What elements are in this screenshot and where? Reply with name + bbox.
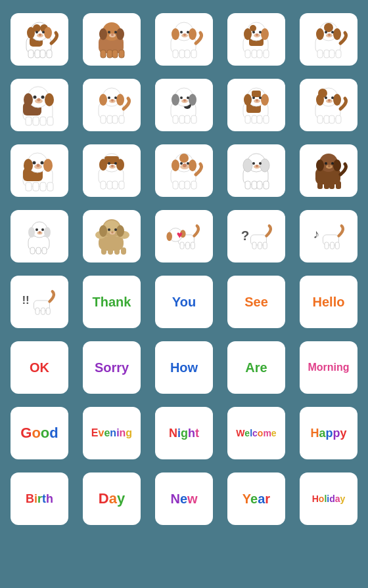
text-sticker-are[interactable]: Are [227,341,285,394]
dog-sticker-16[interactable] [11,210,68,262]
sticker-cell[interactable] [220,72,292,138]
sticker-cell[interactable]: Holiday [292,466,365,532]
text-sticker-holiday[interactable]: Holiday [300,472,357,525]
text-sticker-evening[interactable]: Evening [83,407,141,459]
dog-sticker-10[interactable] [300,79,357,131]
sticker-cell[interactable] [148,7,220,72]
sticker-cell[interactable] [148,72,220,138]
svg-rect-63 [324,50,329,58]
dog-sticker-11[interactable] [11,144,68,197]
svg-point-7 [35,31,38,33]
svg-rect-37 [185,50,190,58]
sticker-label: Evening [91,427,132,439]
music-sticker[interactable]: ♪ [300,210,357,262]
sticker-cell[interactable] [292,138,365,203]
sticker-cell[interactable]: ? [220,203,292,269]
sticker-cell[interactable] [292,7,365,72]
text-sticker-new[interactable]: New [155,472,213,525]
dog-sticker-5[interactable] [300,13,357,66]
exclaim-sticker[interactable]: !! [11,276,68,328]
svg-point-185 [333,159,341,171]
svg-rect-166 [173,181,178,189]
sticker-cell[interactable] [3,7,76,72]
sticker-cell[interactable] [3,72,76,138]
sticker-cell[interactable]: Are [220,335,292,400]
sticker-cell[interactable]: Day [76,466,148,532]
svg-rect-13 [40,50,45,58]
sticker-cell[interactable]: OK [3,335,76,400]
sticker-cell[interactable] [76,72,148,138]
sticker-cell[interactable]: ♪ [292,203,365,269]
text-sticker-how[interactable]: How [155,341,213,394]
sticker-cell[interactable]: Happy [292,400,365,466]
text-sticker-night[interactable]: Night [155,407,213,459]
sticker-label: You [172,295,196,310]
dog-sticker-13[interactable] [155,144,213,197]
text-sticker-sorry[interactable]: Sorry [83,341,141,394]
text-sticker-thank[interactable]: Thank [83,276,141,328]
text-sticker-good[interactable]: Good [11,407,68,459]
dog-sticker-7[interactable] [83,79,141,131]
dog-sticker-1[interactable] [11,13,68,66]
svg-rect-142 [40,182,46,191]
dog-sticker-8[interactable] [155,79,213,131]
dog-sticker-2[interactable] [83,13,141,66]
sticker-cell[interactable]: Thank [76,269,148,335]
sticker-cell[interactable] [3,203,76,269]
sticker-cell[interactable]: Evening [76,400,148,466]
text-sticker-hello[interactable]: Hello [300,276,357,328]
sticker-cell[interactable]: Welcome [220,400,292,466]
svg-point-163 [187,162,189,165]
sticker-cell[interactable]: Morning [292,335,365,400]
dog-sticker-14[interactable] [227,144,285,197]
text-sticker-happy[interactable]: Happy [300,407,357,459]
text-sticker-you[interactable]: You [155,276,213,328]
svg-point-110 [252,96,255,99]
sticker-cell[interactable] [220,138,292,203]
heart-sticker[interactable]: ♥ [155,210,213,262]
text-sticker-day[interactable]: Day [83,472,141,525]
text-sticker-see[interactable]: See [227,276,285,328]
svg-point-189 [328,165,331,167]
dog-sticker-12[interactable] [83,144,141,197]
text-sticker-ok[interactable]: OK [11,341,68,394]
dog-sticker-3[interactable] [155,13,213,66]
svg-point-123 [325,96,327,99]
sticker-cell[interactable] [76,7,148,72]
svg-rect-100 [173,116,178,123]
sticker-cell[interactable] [76,138,148,203]
sticker-cell[interactable]: See [220,269,292,335]
sticker-cell[interactable]: You [148,269,220,335]
sticker-cell[interactable]: Good [3,400,76,466]
sticker-cell[interactable]: Birth [3,466,76,532]
sticker-cell[interactable]: How [148,335,220,400]
sticker-cell[interactable]: Sorry [76,335,148,400]
svg-rect-178 [245,181,250,189]
question-sticker[interactable]: ? [227,210,285,262]
svg-rect-128 [324,116,329,123]
text-sticker-birth[interactable]: Birth [11,472,68,525]
text-sticker-welcome[interactable]: Welcome [227,407,285,459]
sticker-cell[interactable] [292,72,365,138]
svg-rect-220 [114,247,120,255]
dog-sticker-6[interactable] [11,79,68,131]
text-sticker-year[interactable]: Year [227,472,285,525]
sticker-cell[interactable]: ♥ [148,203,220,269]
sticker-cell[interactable]: Year [220,466,292,532]
svg-point-175 [259,162,262,165]
sticker-cell[interactable]: New [148,466,220,532]
text-sticker-morning[interactable]: Morning [300,341,357,394]
sticker-cell[interactable]: Hello [292,269,365,335]
dog-sticker-9[interactable] [227,79,285,131]
dog-sticker-17[interactable] [83,210,141,262]
sticker-cell[interactable] [3,138,76,203]
svg-point-215 [114,228,117,231]
dog-sticker-15[interactable] [300,144,357,197]
dog-sticker-4[interactable] [227,13,285,66]
sticker-cell[interactable] [220,7,292,72]
sticker-cell[interactable] [148,138,220,203]
svg-rect-90 [119,116,124,123]
sticker-cell[interactable]: Night [148,400,220,466]
sticker-cell[interactable] [76,203,148,269]
sticker-cell[interactable]: !! [3,269,76,335]
